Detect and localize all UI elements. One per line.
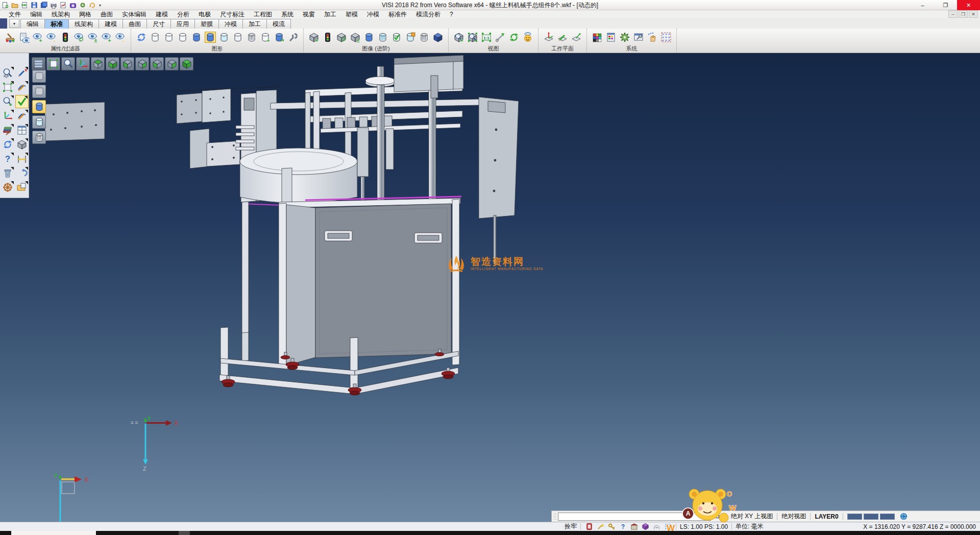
grid-settings-icon[interactable] — [660, 31, 672, 43]
prism-icon[interactable] — [641, 523, 650, 531]
zoom-in-view-icon[interactable]: + — [453, 31, 465, 43]
refresh-doc-icon[interactable] — [88, 1, 96, 9]
layer-active-icon[interactable] — [204, 31, 216, 43]
tab-4[interactable]: 曲面 — [122, 19, 147, 29]
layer-visible-2-icon[interactable] — [32, 85, 46, 98]
key-icon[interactable] — [607, 523, 616, 531]
solids-refresh-icon[interactable] — [335, 31, 348, 43]
close-button[interactable]: ✕ — [957, 0, 980, 10]
menu-item-17[interactable]: 模流分析 — [411, 10, 445, 18]
attributes-brush-icon[interactable] — [4, 31, 16, 43]
layer-white-icon[interactable] — [232, 31, 244, 43]
snapshot-icon[interactable] — [69, 1, 77, 9]
tab-2[interactable]: 线架构 — [68, 19, 99, 29]
mask-icon[interactable] — [652, 523, 661, 531]
navigate-icon[interactable] — [1, 181, 14, 194]
cube-front-icon[interactable] — [150, 57, 164, 70]
selection-hand-icon[interactable] — [646, 31, 658, 43]
tab-1[interactable]: 标准 — [44, 19, 69, 29]
snap-grid-icon[interactable] — [663, 523, 672, 531]
tab-dropdown-button[interactable]: ▼ — [9, 19, 19, 28]
layer-refresh-icon[interactable] — [135, 31, 148, 43]
tab-9[interactable]: 加工 — [242, 19, 267, 29]
globe-icon[interactable] — [899, 513, 909, 521]
layer-current-icon[interactable] — [32, 100, 46, 113]
cube-bottom-icon[interactable] — [106, 57, 119, 70]
menu-item-7[interactable]: 分析 — [173, 10, 194, 18]
pick-view-icon[interactable] — [494, 31, 506, 43]
wand-icon[interactable] — [596, 523, 605, 531]
minimize-button[interactable]: – — [911, 0, 934, 10]
workplane-icon[interactable] — [543, 31, 555, 43]
new-document-icon[interactable] — [1, 1, 9, 9]
active-layer-label[interactable]: LAYER0 — [815, 513, 838, 520]
window-options-icon[interactable] — [632, 31, 645, 43]
eye-remove-icon[interactable]: - — [45, 31, 58, 43]
view-mode-label[interactable]: 绝对视图 — [781, 512, 806, 521]
shaded-cube-icon[interactable] — [432, 31, 444, 43]
maximize-button[interactable]: ❐ — [934, 0, 957, 10]
tab-8[interactable]: 冲模 — [218, 19, 243, 29]
taskbar-search-box[interactable] — [11, 531, 96, 535]
plot-icon[interactable] — [59, 1, 67, 9]
menu-item-10[interactable]: 工程图 — [249, 10, 277, 18]
menu-item-5[interactable]: 实体编辑 — [117, 10, 151, 18]
taskbar-app-button[interactable] — [179, 531, 190, 535]
view-list-icon[interactable] — [32, 57, 45, 70]
cube-top-icon[interactable] — [91, 57, 105, 70]
tab-3[interactable]: 建模 — [99, 19, 123, 29]
fit-view-icon[interactable] — [46, 57, 60, 70]
shade-view-icon[interactable] — [522, 31, 534, 43]
menu-item-0[interactable]: 文件 — [4, 10, 26, 18]
cube-iso-icon[interactable] — [180, 57, 193, 70]
tab-6[interactable]: 应用 — [170, 19, 195, 29]
zoom-window-icon[interactable] — [1, 81, 14, 94]
sketch-icon[interactable] — [15, 81, 29, 94]
scale-1-1-icon[interactable]: 1:1 — [480, 31, 493, 43]
toolbar-grip[interactable] — [553, 513, 556, 521]
eye-refresh-icon[interactable] — [73, 31, 85, 43]
quick-access-more-button[interactable]: ▾ — [99, 3, 101, 8]
viewport[interactable]: = = Y X Z Y X ×+? — [0, 53, 980, 522]
menu-item-13[interactable]: 加工 — [320, 10, 341, 18]
layer-tools-icon[interactable] — [287, 31, 299, 43]
solid-view-icon[interactable] — [15, 138, 29, 151]
menu-item-1[interactable]: 编辑 — [26, 10, 47, 18]
help-icon[interactable]: ? — [1, 152, 14, 165]
workplane-align-icon[interactable] — [570, 31, 582, 43]
refresh-view-icon[interactable] — [508, 31, 520, 43]
eye-minus-icon[interactable]: - — [114, 31, 127, 43]
menu-item-16[interactable]: 标准件 — [384, 10, 411, 18]
eye-plusminus-icon[interactable]: ± — [87, 31, 99, 43]
tab-5[interactable]: 尺寸 — [146, 19, 171, 29]
tab-0[interactable]: 编辑 — [20, 19, 45, 29]
axo-view-icon[interactable] — [76, 57, 90, 70]
layer-hatched-icon[interactable] — [246, 31, 258, 43]
lock-label[interactable]: 拴牢 — [565, 522, 577, 531]
view-search-input[interactable] — [558, 513, 711, 521]
tab-7[interactable]: 塑膜 — [194, 19, 219, 29]
cylinder-blue-icon[interactable] — [363, 31, 375, 43]
view-orientation-label[interactable]: 绝对 XY 上视图 — [731, 512, 773, 521]
menu-item-9[interactable]: 尺寸标注 — [215, 10, 249, 18]
color-palette-icon[interactable] — [591, 31, 603, 43]
menu-item-8[interactable]: 电极 — [194, 10, 215, 18]
measure-icon[interactable] — [15, 152, 29, 165]
layer-wire-icon[interactable] — [32, 131, 46, 144]
layer-move-icon[interactable] — [273, 31, 285, 43]
workplane-edit-icon[interactable] — [556, 31, 569, 43]
mdi-close-button[interactable]: ✕ — [969, 10, 978, 18]
window-layout-icon[interactable] — [15, 124, 29, 137]
layer-new-icon[interactable]: + — [259, 31, 272, 43]
save-icon[interactable] — [30, 1, 38, 9]
options-icon[interactable] — [79, 1, 87, 9]
layer-empty-3-icon[interactable] — [177, 31, 189, 43]
curve-edit-icon[interactable] — [15, 109, 29, 123]
units-readout[interactable]: 单位: 毫米 — [736, 522, 764, 531]
layer-empty-2-icon[interactable] — [163, 31, 175, 43]
mdi-minimize-button[interactable]: – — [948, 10, 958, 18]
cylinder-check-icon[interactable] — [390, 31, 403, 43]
layer-cyan-icon[interactable] — [218, 31, 230, 43]
color-table-icon[interactable] — [605, 31, 617, 43]
attributes-document-icon[interactable] — [18, 31, 30, 43]
